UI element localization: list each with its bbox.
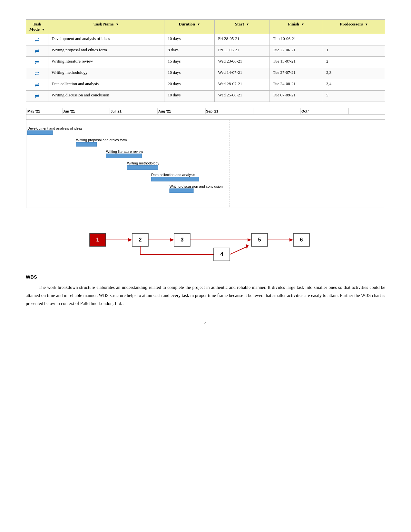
task-name: Writing proposal and ethics form <box>48 45 164 57</box>
table-row: ⇌Development and analysis of ideas10 day… <box>26 34 385 45</box>
svg-text:Data collection and analysis: Data collection and analysis <box>151 173 195 177</box>
svg-text:Writing proposal and ethics fo: Writing proposal and ethics form <box>76 138 127 142</box>
svg-rect-27 <box>170 189 193 193</box>
svg-marker-48 <box>248 238 251 241</box>
col-finish[interactable]: Finish ▼ <box>269 20 323 34</box>
col-task-name[interactable]: Task Name ▼ <box>48 20 164 34</box>
task-duration: 20 days <box>164 79 215 91</box>
task-predecessors: 2 <box>323 57 385 68</box>
page-number: 4 <box>26 321 385 326</box>
task-mode-icon: ⇌ <box>26 34 48 45</box>
task-mode-icon: ⇌ <box>26 68 48 79</box>
svg-text:Aug '21: Aug '21 <box>158 109 171 113</box>
task-name: Writing discussion and conclusion <box>48 91 164 102</box>
task-finish: Thu 10-06-21 <box>269 34 323 45</box>
task-start: Wed 28-07-21 <box>215 79 269 91</box>
task-start: Fri 28-05-21 <box>215 34 269 45</box>
task-name: Development and analysis of ideas <box>48 34 164 45</box>
svg-text:Sep '21: Sep '21 <box>206 109 218 113</box>
task-duration: 10 days <box>164 68 215 79</box>
svg-text:Writing discussion and conclus: Writing discussion and conclusion <box>170 184 223 188</box>
task-duration: 8 days <box>164 45 215 57</box>
task-predecessors: 5 <box>323 91 385 102</box>
task-predecessors: 3,4 <box>323 79 385 91</box>
svg-marker-46 <box>246 244 249 249</box>
gantt-table: TaskMode ▼ Task Name ▼ Duration ▼ Start … <box>26 19 385 102</box>
task-name: Writing literature review <box>48 57 164 68</box>
table-row: ⇌Writing discussion and conclusion10 day… <box>26 91 385 102</box>
gantt-svg: May '21 Jun '21 Jul '21 Aug '21 Sep '21 … <box>26 108 385 208</box>
task-duration: 15 days <box>164 57 215 68</box>
task-finish: Tue 24-08-21 <box>269 79 323 91</box>
svg-text:May '21: May '21 <box>27 109 40 113</box>
svg-text:Writing literature review: Writing literature review <box>106 150 143 153</box>
task-predecessors <box>323 34 385 45</box>
col-duration[interactable]: Duration ▼ <box>164 20 215 34</box>
task-mode-icon: ⇌ <box>26 91 48 102</box>
table-row: ⇌Writing literature review15 daysWed 23-… <box>26 57 385 68</box>
svg-text:5: 5 <box>258 237 261 242</box>
task-name: Data collection and analysis <box>48 79 164 91</box>
task-start: Wed 23-06-21 <box>215 57 269 68</box>
task-start: Wed 14-07-21 <box>215 68 269 79</box>
network-diagram: 1 2 3 4 5 6 <box>26 217 385 262</box>
gantt-chart: May '21 Jun '21 Jul '21 Aug '21 Sep '21 … <box>26 108 385 208</box>
task-duration: 10 days <box>164 34 215 45</box>
svg-rect-25 <box>151 177 199 181</box>
task-finish: Tue 22-06-21 <box>269 45 323 57</box>
svg-rect-14 <box>26 114 385 120</box>
table-row: ⇌Writing methodology10 daysWed 14-07-21T… <box>26 68 385 79</box>
task-mode-icon: ⇌ <box>26 57 48 68</box>
task-mode-icon: ⇌ <box>26 45 48 57</box>
svg-text:1: 1 <box>96 237 99 242</box>
svg-text:6: 6 <box>300 237 303 242</box>
svg-line-45 <box>230 246 248 254</box>
task-start: Wed 25-08-21 <box>215 91 269 102</box>
table-row: ⇌Writing proposal and ethics form8 daysF… <box>26 45 385 57</box>
svg-text:2: 2 <box>139 237 142 242</box>
svg-text:4: 4 <box>220 251 223 257</box>
svg-text:Oct ': Oct ' <box>301 109 309 113</box>
wbs-section: WBS The work breakdown structure elabora… <box>26 274 385 308</box>
task-finish: Tue 07-09-21 <box>269 91 323 102</box>
task-start: Fri 11-06-21 <box>215 45 269 57</box>
svg-text:Jul '21: Jul '21 <box>111 109 122 113</box>
task-finish: Tue 13-07-21 <box>269 57 323 68</box>
svg-rect-29 <box>26 108 385 208</box>
task-name: Writing methodology <box>48 68 164 79</box>
svg-text:Writing methodology: Writing methodology <box>127 161 160 165</box>
svg-marker-37 <box>170 238 174 241</box>
task-predecessors: 1 <box>323 45 385 57</box>
svg-text:Development and analysis of id: Development and analysis of ideas <box>27 126 83 130</box>
col-start[interactable]: Start ▼ <box>215 20 269 34</box>
svg-rect-19 <box>76 142 97 146</box>
svg-rect-0 <box>26 108 385 114</box>
wbs-paragraph: The work breakdown structure elaborates … <box>26 283 385 308</box>
svg-text:3: 3 <box>181 237 183 242</box>
task-mode-icon: ⇌ <box>26 79 48 91</box>
table-row: ⇌Data collection and analysis20 daysWed … <box>26 79 385 91</box>
task-predecessors: 2,3 <box>323 68 385 79</box>
task-finish: Tue 27-07-21 <box>269 68 323 79</box>
wbs-heading: WBS <box>26 274 385 280</box>
col-task-mode[interactable]: TaskMode ▼ <box>26 20 48 34</box>
svg-rect-17 <box>27 131 53 135</box>
svg-rect-21 <box>106 154 142 158</box>
col-predecessors[interactable]: Predecessors ▼ <box>323 20 385 34</box>
svg-marker-52 <box>289 238 293 241</box>
svg-text:Jun '21: Jun '21 <box>63 109 75 113</box>
task-duration: 10 days <box>164 91 215 102</box>
svg-rect-23 <box>127 165 158 170</box>
svg-marker-33 <box>128 238 132 241</box>
